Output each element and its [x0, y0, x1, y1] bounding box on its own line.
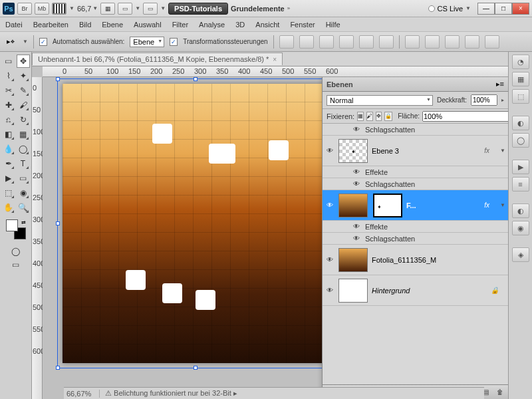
healing-brush-tool[interactable]: ✚	[2, 98, 15, 112]
eyedropper-tool[interactable]: ✎	[17, 84, 30, 97]
marquee-tool[interactable]: ▭	[2, 55, 15, 68]
type-tool[interactable]: T	[17, 157, 30, 170]
transform-bounding-box[interactable]	[57, 78, 334, 368]
document-tab[interactable]: Unbenannt-1 bei 66,7% (Fotolia_6111356_M…	[32, 53, 283, 65]
history-brush-tool[interactable]: ↻	[17, 113, 30, 126]
delete-layer-button[interactable]: 🗑	[495, 388, 505, 397]
align-right-button[interactable]	[379, 35, 394, 49]
workspace-pill[interactable]: PSD-Tutorials	[168, 3, 228, 15]
screen-mode-button[interactable]: ▭	[143, 3, 158, 15]
layer-thumbnail[interactable]: ✦	[338, 139, 368, 163]
eraser-tool[interactable]: ◧	[2, 128, 15, 141]
layer-name[interactable]: F...	[406, 201, 416, 209]
distribute-button[interactable]	[405, 35, 420, 49]
filmstrip-button[interactable]	[52, 3, 66, 15]
path-selection-tool[interactable]: ▶	[2, 172, 15, 185]
styles-panel-icon[interactable]: ⬚	[512, 89, 529, 104]
layer-thumbnail[interactable]	[338, 279, 368, 303]
align-bottom-button[interactable]	[319, 35, 334, 49]
blend-mode-dropdown[interactable]: Normal	[327, 95, 433, 106]
transform-controls-checkbox[interactable]: ✓	[170, 38, 178, 46]
visibility-icon[interactable]: 👁	[352, 234, 361, 243]
lock-all-button[interactable]: 🔒	[384, 112, 392, 121]
workspace-subtitle[interactable]: Grundelemente	[231, 5, 285, 13]
align-left-button[interactable]	[339, 35, 354, 49]
screen-mode-button[interactable]: ▭	[9, 258, 23, 271]
quick-mask-button[interactable]: ◯	[9, 245, 23, 258]
view-extras-button[interactable]: ▦	[100, 3, 115, 15]
align-center-button[interactable]	[359, 35, 374, 49]
layer-effect-row[interactable]: 👁Schlagschatten	[323, 233, 508, 245]
close-button[interactable]: ×	[512, 3, 529, 15]
cs-live-button[interactable]: CS Live ▼	[424, 5, 475, 13]
auto-select-scope-dropdown[interactable]: Ebene	[130, 37, 164, 47]
menu-bearbeiten[interactable]: Bearbeiten	[33, 21, 68, 29]
distribute-button[interactable]	[465, 35, 479, 49]
proof-button[interactable]: ▭	[118, 3, 132, 15]
hand-tool[interactable]: ✋	[2, 201, 15, 214]
layer-name[interactable]: Fotolia_6111356_M	[372, 256, 436, 264]
transform-handle[interactable]	[56, 221, 60, 225]
layer-effects-row[interactable]: 👁Effekte	[323, 166, 508, 178]
distribute-button[interactable]	[485, 35, 499, 49]
chevron-down-icon[interactable]: ▼	[160, 5, 166, 11]
visibility-icon[interactable]: 👁	[325, 286, 334, 295]
lock-pixels-button[interactable]: 🖌	[366, 112, 373, 121]
menu-hilfe[interactable]: Hilfe	[326, 21, 340, 29]
layer-thumbnail[interactable]	[338, 248, 368, 272]
menu-ebene[interactable]: Ebene	[102, 21, 123, 29]
menu-auswahl[interactable]: Auswahl	[134, 21, 162, 29]
panel-menu-icon[interactable]: ▸≡	[496, 80, 504, 88]
move-tool[interactable]: ✥	[17, 55, 30, 68]
opacity-input[interactable]	[471, 94, 497, 106]
menu-bild[interactable]: Bild	[79, 21, 91, 29]
visibility-icon[interactable]: 👁	[352, 125, 361, 134]
history-panel-icon[interactable]: ▶	[512, 160, 529, 174]
transform-handle[interactable]	[194, 77, 198, 81]
layer-row[interactable]: 👁 Fotolia_6111356_M	[323, 245, 508, 275]
distribute-button[interactable]	[445, 35, 460, 49]
layer-row[interactable]: 👁 Hintergrund 🔒	[323, 275, 508, 306]
magic-wand-tool[interactable]: ✦	[17, 69, 30, 82]
layers-dock-icon[interactable]: ◈	[512, 247, 529, 262]
visibility-icon[interactable]: 👁	[352, 222, 361, 231]
visibility-icon[interactable]: 👁	[325, 146, 334, 156]
more-workspaces-icon[interactable]: »	[287, 5, 290, 11]
fx-badge[interactable]: fx	[484, 147, 496, 154]
align-middle-button[interactable]	[299, 35, 314, 49]
menu-datei[interactable]: Datei	[5, 21, 23, 29]
layer-thumbnail[interactable]	[338, 194, 368, 217]
layer-effect-row[interactable]: 👁Schlagschatten	[323, 124, 508, 136]
lock-transparency-button[interactable]: ▦	[357, 112, 364, 121]
chevron-down-icon[interactable]: ▼	[135, 5, 140, 11]
color-panel-icon[interactable]: ◔	[512, 55, 529, 69]
layer-row[interactable]: 👁 ✦ Ebene 3 fx▼	[323, 136, 508, 166]
fx-badge[interactable]: fx	[484, 201, 496, 209]
gradient-tool[interactable]: ▦	[17, 128, 30, 141]
transform-handle[interactable]	[56, 366, 60, 370]
menu-filter[interactable]: Filter	[172, 21, 188, 29]
paragraph-panel-icon[interactable]: ◉	[512, 221, 529, 235]
swap-colors-icon[interactable]: ⇄	[21, 219, 26, 225]
align-top-button[interactable]	[279, 35, 294, 49]
menu-ansicht[interactable]: Ansicht	[255, 21, 279, 29]
swatches-panel-icon[interactable]: ▦	[512, 72, 529, 86]
brush-tool[interactable]: 🖌	[17, 98, 30, 112]
layer-effect-row[interactable]: 👁Schlagschatten	[323, 178, 508, 190]
adjustments-panel-icon[interactable]: ◐	[512, 116, 529, 130]
visibility-icon[interactable]: 👁	[352, 168, 361, 177]
layer-name[interactable]: Hintergrund	[372, 287, 410, 295]
zoom-level-dropdown[interactable]: 66,7▼	[77, 5, 98, 13]
3d-tool[interactable]: ⬚	[2, 186, 15, 200]
shape-tool[interactable]: ▭	[17, 172, 30, 185]
menu-analyse[interactable]: Analyse	[199, 21, 225, 29]
dodge-tool[interactable]: ◯	[17, 142, 30, 156]
lasso-tool[interactable]: ⌇	[2, 69, 15, 82]
minimize-button[interactable]: —	[477, 3, 495, 15]
canvas-viewport[interactable]: Ebenen ▸≡ Normal Deckkraft: ▸ Fixieren: …	[43, 77, 508, 399]
layer-row-selected[interactable]: 👁 F... fx▼	[323, 190, 508, 221]
3d-camera-tool[interactable]: ◉	[17, 186, 30, 200]
lock-position-button[interactable]: ✥	[376, 112, 382, 121]
menu-3d[interactable]: 3D	[235, 21, 245, 29]
distribute-button[interactable]	[425, 35, 440, 49]
